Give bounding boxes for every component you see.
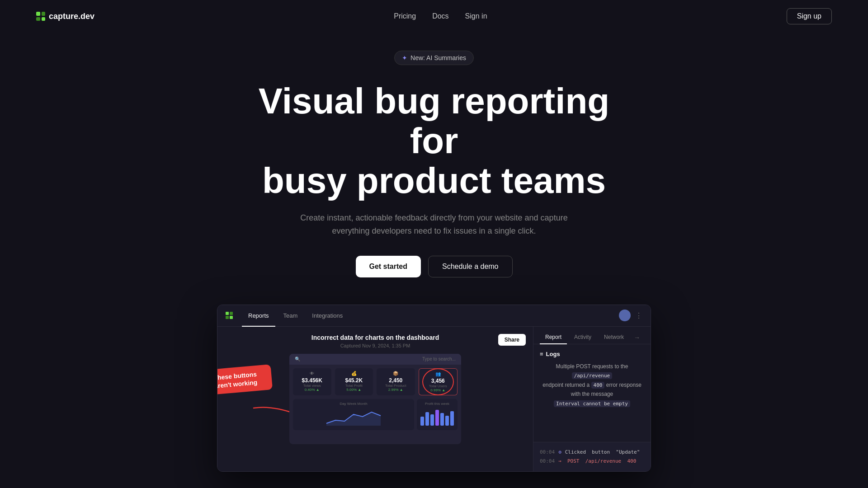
app-tabs: Reports Team Integrations bbox=[242, 310, 349, 322]
inner-screenshot: 🔍 Type to search... 👁 $3.456K Total view… bbox=[289, 354, 461, 444]
product-icon: 📦 bbox=[380, 371, 411, 376]
badge[interactable]: ✦ New: AI Summaries bbox=[394, 51, 474, 65]
menu-icon: ≡ bbox=[540, 351, 543, 357]
logs-error-message: Interval cannot be empty bbox=[554, 400, 630, 407]
app-nav-left: Reports Team Integrations bbox=[226, 310, 349, 322]
activity-time-1: 00:04 bbox=[540, 448, 555, 457]
report-left: Incorrect data for charts on the dashboa… bbox=[217, 327, 533, 471]
hero-section: ✦ New: AI Summaries Visual bug reporting… bbox=[0, 33, 868, 472]
users-icon: 👥 bbox=[423, 371, 454, 376]
nav-links: Pricing Docs Sign in bbox=[394, 12, 487, 20]
logs-api-endpoint: /api/revenue bbox=[572, 372, 612, 379]
activity-time-2: 00:04 bbox=[540, 457, 555, 466]
annotation-bubble: These buttons aren't working bbox=[217, 364, 273, 396]
stat-card-users: 👥 3,456 Total Users 0.99% ▲ bbox=[419, 368, 458, 395]
activity-icon-1: ⚙ bbox=[558, 448, 561, 457]
stat-card-profit: 💰 $45.2K Total Profit 5.00% ▲ bbox=[335, 368, 373, 395]
stat-card-views: 👁 $3.456K Total views 0.40% ▲ bbox=[293, 368, 331, 395]
inner-search-bar: 🔍 Type to search... bbox=[289, 354, 461, 365]
signup-button[interactable]: Sign up bbox=[787, 8, 832, 24]
hero-subtitle: Create instant, actionable feedback dire… bbox=[289, 211, 579, 238]
app-mockup: Reports Team Integrations ⋮ Incorrect da… bbox=[217, 305, 651, 472]
svg-rect-2 bbox=[425, 412, 429, 426]
stat-label-product: Total Product bbox=[380, 384, 411, 388]
stat-label-users: Total Users bbox=[423, 384, 454, 388]
stat-label-profit: Total Profit bbox=[339, 384, 370, 388]
cta-group: Get started Schedule a demo bbox=[9, 256, 859, 277]
app-logo-icon bbox=[226, 312, 233, 319]
profit-icon: 💰 bbox=[339, 371, 370, 376]
app-nav: Reports Team Integrations ⋮ bbox=[217, 305, 651, 327]
svg-rect-6 bbox=[445, 416, 449, 426]
logs-text-before-api: Multiple POST requests to the bbox=[556, 363, 628, 370]
svg-rect-5 bbox=[440, 413, 444, 426]
stat-value-users: 3,456 bbox=[423, 378, 454, 384]
nav-actions: Sign up bbox=[787, 8, 832, 24]
schedule-demo-button[interactable]: Schedule a demo bbox=[428, 256, 513, 277]
hero-heading-line2: busy product teams bbox=[262, 160, 606, 201]
search-icon: 🔍 bbox=[295, 357, 300, 361]
tab-integrations[interactable]: Integrations bbox=[306, 310, 349, 322]
stat-value-views: $3.456K bbox=[297, 377, 328, 384]
stat-change-users: 0.99% ▲ bbox=[423, 388, 454, 392]
logs-text: Multiple POST requests to the /api/reven… bbox=[540, 362, 644, 408]
bar-chart bbox=[420, 408, 456, 426]
badge-text: New: AI Summaries bbox=[410, 54, 466, 61]
activity-text-1: Clicked button "Update" bbox=[565, 448, 640, 457]
report-area: Incorrect data for charts on the dashboa… bbox=[217, 327, 651, 471]
line-chart bbox=[296, 408, 411, 426]
tab-reports[interactable]: Reports bbox=[242, 310, 275, 322]
report-title: Incorrect data for charts on the dashboa… bbox=[226, 334, 524, 341]
app-nav-right: ⋮ bbox=[619, 310, 642, 321]
report-tab-report[interactable]: Report bbox=[540, 331, 567, 344]
report-subtitle: Captured Nov 9, 2024, 1:35 PM bbox=[226, 343, 524, 348]
svg-rect-1 bbox=[420, 417, 424, 426]
logs-text-after-api: endpoint returned a bbox=[542, 382, 590, 388]
logo-icon bbox=[36, 12, 45, 21]
stat-value-product: 2,450 bbox=[380, 377, 411, 384]
stat-card-product: 📦 2,450 Total Product 2.99% ▲ bbox=[377, 368, 415, 395]
stat-change-product: 2.99% ▲ bbox=[380, 388, 411, 392]
stat-value-profit: $45.2K bbox=[339, 377, 370, 384]
stat-change-profit: 5.00% ▲ bbox=[339, 388, 370, 392]
nav-link-docs[interactable]: Docs bbox=[432, 12, 448, 20]
report-right: Report Activity Network → ≡ Logs Multipl… bbox=[533, 327, 651, 471]
hero-heading: Visual bug reporting for busy product te… bbox=[231, 81, 637, 201]
report-tab-network[interactable]: Network bbox=[599, 331, 629, 344]
nav-link-signin[interactable]: Sign in bbox=[465, 12, 487, 20]
get-started-button[interactable]: Get started bbox=[356, 256, 421, 277]
logs-error-code: 400 bbox=[591, 382, 605, 389]
activity-panel: 00:04 ⚙ Clicked button "Update" 00:04 → … bbox=[533, 442, 651, 471]
hero-heading-line1: Visual bug reporting for bbox=[259, 81, 609, 161]
svg-rect-4 bbox=[435, 410, 439, 426]
report-tabs: Report Activity Network → bbox=[533, 327, 651, 344]
logs-header: ≡ Logs bbox=[540, 351, 644, 357]
inner-placeholder: Type to search... bbox=[422, 357, 456, 361]
logo[interactable]: capture.dev bbox=[36, 12, 94, 21]
inner-search-input[interactable] bbox=[303, 357, 420, 362]
stat-change-views: 0.40% ▲ bbox=[297, 388, 328, 392]
stat-label-views: Total views bbox=[297, 384, 328, 388]
app-window: Reports Team Integrations ⋮ Incorrect da… bbox=[217, 305, 651, 472]
logs-title: Logs bbox=[546, 351, 560, 357]
svg-rect-7 bbox=[450, 411, 454, 426]
report-tab-activity[interactable]: Activity bbox=[569, 331, 597, 344]
sparkle-icon: ✦ bbox=[402, 54, 407, 61]
more-options-icon[interactable]: ⋮ bbox=[635, 311, 642, 320]
avatar bbox=[619, 310, 631, 321]
activity-row-1: 00:04 ⚙ Clicked button "Update" bbox=[540, 448, 644, 457]
logs-panel: ≡ Logs Multiple POST requests to the /ap… bbox=[533, 344, 651, 442]
nav-link-pricing[interactable]: Pricing bbox=[394, 12, 416, 20]
svg-rect-3 bbox=[430, 414, 434, 426]
inner-chart-area: Day Week Month Profit this week bbox=[289, 399, 461, 430]
navbar: capture.dev Pricing Docs Sign in Sign up bbox=[0, 0, 868, 33]
activity-row-2: 00:04 → POST /api/revenue 400 bbox=[540, 457, 644, 466]
logo-text: capture.dev bbox=[49, 12, 94, 21]
activity-text-2: → POST /api/revenue 400 bbox=[558, 457, 636, 466]
inner-stats-row: 👁 $3.456K Total views 0.40% ▲ 💰 $45.2K T… bbox=[289, 365, 461, 399]
tab-team[interactable]: Team bbox=[277, 310, 304, 322]
views-icon: 👁 bbox=[297, 371, 328, 376]
forward-icon[interactable]: → bbox=[631, 331, 643, 344]
share-button[interactable]: Share bbox=[498, 334, 526, 346]
